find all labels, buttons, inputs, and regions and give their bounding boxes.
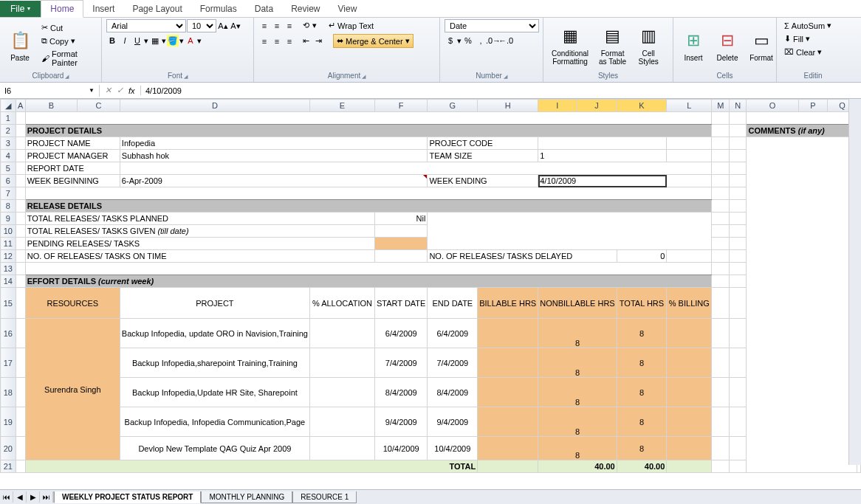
cell[interactable]: 0 <box>617 250 667 263</box>
wrap-text-button[interactable]: ↵Wrap Text <box>326 19 377 32</box>
increase-decimal-button[interactable]: .0→ <box>487 35 499 46</box>
cell[interactable]: 1 <box>538 150 667 162</box>
cell[interactable]: TEAM SIZE <box>428 150 538 162</box>
col-header[interactable]: B <box>25 100 77 112</box>
cell[interactable]: 8 <box>617 319 667 348</box>
cell[interactable]: 8 <box>538 378 617 407</box>
row-header[interactable]: 2 <box>1 125 16 137</box>
delete-cells-button[interactable]: ⊟Delete <box>712 27 743 64</box>
home-tab[interactable]: Home <box>41 0 83 18</box>
cell[interactable]: 8 <box>538 407 617 437</box>
col-header[interactable]: N <box>730 100 747 112</box>
align-center-button[interactable]: ≡ <box>271 35 283 47</box>
format-cells-button[interactable]: ▭Format <box>746 27 777 64</box>
col-header[interactable]: G <box>428 100 478 112</box>
cell[interactable]: RESOURCES <box>25 288 120 319</box>
cell[interactable]: NO. OF RELEASES/ TASKS DELAYED <box>428 250 617 263</box>
col-header[interactable]: O <box>747 100 798 112</box>
cell[interactable]: Devlop New Template QAG Quiz Apr 2009 <box>120 437 309 460</box>
align-top-button[interactable]: ≡ <box>258 20 270 32</box>
view-tab[interactable]: View <box>329 1 366 17</box>
col-header[interactable]: E <box>309 100 374 112</box>
cell[interactable]: RELEASE DETAILS <box>25 200 712 213</box>
row-header[interactable]: 7 <box>1 187 16 200</box>
number-format-select[interactable]: Date <box>445 19 539 32</box>
row-header[interactable]: 20 <box>1 437 16 460</box>
cell[interactable]: Subhash hok <box>120 150 428 162</box>
cell[interactable]: Infopedia <box>120 137 428 150</box>
cell[interactable]: TOTAL RELEASES/ TASKS PLANNED <box>25 213 374 225</box>
orientation-button[interactable]: ⟲ <box>300 20 312 32</box>
file-tab[interactable]: File <box>0 1 41 17</box>
cell[interactable]: 7/4/2009 <box>428 348 478 378</box>
align-bottom-button[interactable]: ≡ <box>284 20 295 32</box>
cell[interactable]: 8 <box>617 378 667 407</box>
cell[interactable]: 8 <box>538 437 617 460</box>
name-box[interactable]: I6▼ <box>0 85 100 97</box>
cell[interactable]: 6-Apr-2009 <box>120 175 428 187</box>
cell[interactable]: PENDING RELEASES/ TASKS <box>25 238 374 250</box>
review-tab[interactable]: Review <box>282 1 329 17</box>
autosum-button[interactable]: ΣAutoSum ▾ <box>781 19 845 32</box>
cell[interactable]: PROJECT NAME <box>25 137 120 150</box>
fx-buttons[interactable]: ✕✓fx <box>100 86 141 95</box>
underline-button[interactable]: U <box>131 35 143 46</box>
font-color-button[interactable]: A <box>185 35 196 46</box>
cell[interactable]: PROJECT <box>120 288 309 319</box>
grow-font-button[interactable]: A▴ <box>217 20 229 32</box>
select-all-corner[interactable]: ◢ <box>1 100 16 112</box>
cell[interactable]: COMMENTS (if any) <box>747 125 857 137</box>
row-header[interactable]: 21 <box>1 460 16 473</box>
active-cell[interactable]: 4/10/2009 <box>538 175 667 187</box>
cell[interactable]: 8 <box>617 407 667 437</box>
cell[interactable]: PROJECT DETAILS <box>25 125 712 137</box>
format-as-table-button[interactable]: ▤Format as Table <box>595 22 630 68</box>
row-header[interactable]: 3 <box>1 137 16 150</box>
cell[interactable] <box>120 162 711 175</box>
cell[interactable]: WEEK BEGINNING <box>25 175 120 187</box>
row-header[interactable]: 1 <box>1 112 16 125</box>
cell[interactable]: 40.00 <box>617 460 667 473</box>
cell[interactable]: Backup Infopedia,Update HR Site, Sharepo… <box>120 378 309 407</box>
cell[interactable]: 9/4/2009 <box>428 407 478 437</box>
cell[interactable]: TOTAL HRS <box>617 288 667 319</box>
tab-nav-next[interactable]: ▶ <box>27 491 40 503</box>
row-header[interactable]: 16 <box>1 319 16 348</box>
merge-center-button[interactable]: ⬌Merge & Center ▾ <box>333 34 414 48</box>
sheet-tab[interactable]: RESOURCE 1 <box>292 491 357 503</box>
tab-nav-first[interactable]: ⏮ <box>0 491 13 503</box>
sheet-tab[interactable]: WEEKLY PROJECT STATUS REPORT <box>54 491 201 503</box>
cell[interactable]: BILLABLE HRS <box>478 288 538 319</box>
col-header[interactable]: D <box>120 100 309 112</box>
cell[interactable]: WEEK ENDING <box>428 175 538 187</box>
col-header[interactable]: J <box>577 100 617 112</box>
formulas-tab[interactable]: Formulas <box>191 1 246 17</box>
increase-indent-button[interactable]: ⇥ <box>312 35 324 47</box>
cell[interactable]: Nil <box>375 213 428 225</box>
row-header[interactable]: 11 <box>1 238 16 250</box>
clear-button[interactable]: ⌧Clear ▾ <box>781 46 845 58</box>
spreadsheet-grid[interactable]: ◢ A B C D E F G H I J K L M N O P Q 1 2P… <box>0 99 861 473</box>
row-header[interactable]: 5 <box>1 162 16 175</box>
cell[interactable]: 7/4/2009 <box>375 348 428 378</box>
cell[interactable]: NONBILLABLE HRS <box>538 288 617 319</box>
decrease-indent-button[interactable]: ⇤ <box>300 35 312 47</box>
cell[interactable]: Backup Infopedia,sharepoint Training,Tra… <box>120 348 309 378</box>
row-header[interactable]: 15 <box>1 288 16 319</box>
cell[interactable]: 8 <box>617 437 667 460</box>
fill-color-button[interactable]: 🪣 <box>167 35 179 46</box>
tab-nav-prev[interactable]: ◀ <box>13 491 27 503</box>
cell[interactable]: EFFORT DETAILS (current week) <box>25 275 712 288</box>
row-header[interactable]: 13 <box>1 263 16 275</box>
cell[interactable]: PROJECT CODE <box>428 137 538 150</box>
shrink-font-button[interactable]: A▾ <box>230 20 241 32</box>
format-painter-button[interactable]: 🖌Format Painter <box>38 48 97 69</box>
row-header[interactable]: 8 <box>1 200 16 213</box>
cell[interactable] <box>375 225 428 238</box>
cell[interactable]: 8 <box>538 348 617 378</box>
paste-button[interactable]: 📋Paste <box>4 27 35 64</box>
sheet-tab[interactable]: MONTHLY PLANNING <box>201 491 292 503</box>
cell[interactable] <box>375 250 428 263</box>
fill-button[interactable]: ⬇Fill ▾ <box>781 32 845 45</box>
col-header[interactable]: H <box>478 100 538 112</box>
